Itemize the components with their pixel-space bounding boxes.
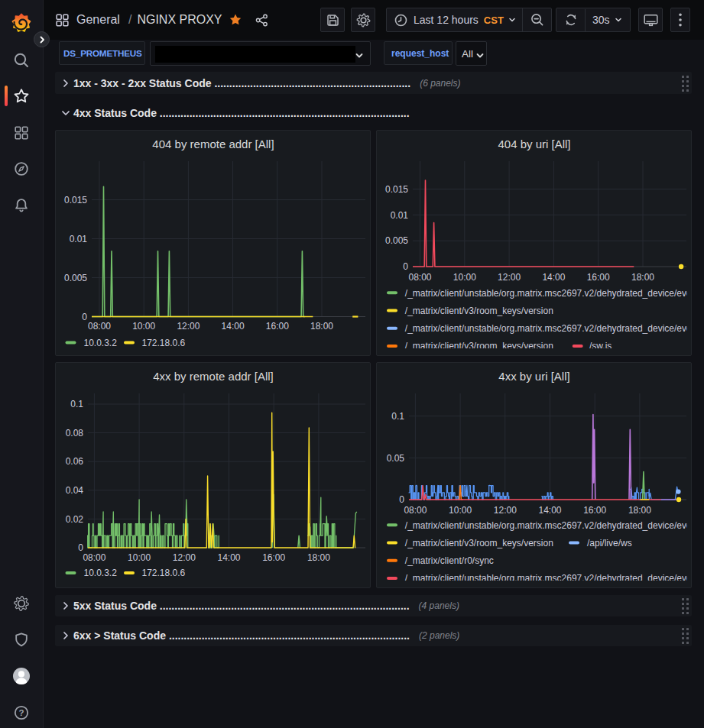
svg-text:/_matrix/client/r0/sync: /_matrix/client/r0/sync <box>405 555 494 566</box>
svg-text:0.1: 0.1 <box>391 411 404 422</box>
svg-text:08:00: 08:00 <box>408 272 431 283</box>
svg-text:/sw.js: /sw.js <box>589 341 612 351</box>
svg-text:0.06: 0.06 <box>66 456 84 467</box>
svg-text:/_matrix/client/unstable/org.m: /_matrix/client/unstable/org.matrix.msc2… <box>405 520 693 531</box>
svg-text:16:00: 16:00 <box>587 272 610 283</box>
svg-text:16:00: 16:00 <box>583 505 606 516</box>
svg-text:12:00: 12:00 <box>498 272 521 283</box>
svg-text:0.005: 0.005 <box>385 235 408 246</box>
svg-text:10:00: 10:00 <box>132 321 155 332</box>
svg-text:12:00: 12:00 <box>177 321 200 332</box>
svg-text:10:00: 10:00 <box>453 272 476 283</box>
svg-text:18:00: 18:00 <box>310 321 333 332</box>
svg-text:4xx by remote addr [All]: 4xx by remote addr [All] <box>153 370 274 383</box>
svg-text:10:00: 10:00 <box>128 552 151 563</box>
svg-text:/_matrix/client/unstable/org.m: /_matrix/client/unstable/org.matrix.msc2… <box>405 288 693 299</box>
svg-text:16:00: 16:00 <box>262 552 285 563</box>
svg-text:0.04: 0.04 <box>66 485 84 496</box>
svg-text:08:00: 08:00 <box>83 552 105 563</box>
svg-text:172.18.0.6: 172.18.0.6 <box>142 338 186 348</box>
svg-text:/_matrix/client/v3/room_keys/v: /_matrix/client/v3/room_keys/version <box>405 341 553 351</box>
svg-text:14:00: 14:00 <box>538 505 561 516</box>
svg-text:10:00: 10:00 <box>449 505 472 516</box>
svg-text:0.015: 0.015 <box>385 184 408 195</box>
svg-text:18:00: 18:00 <box>307 552 330 563</box>
svg-text:10.0.3.2: 10.0.3.2 <box>84 568 118 578</box>
svg-text:10.0.3.2: 10.0.3.2 <box>84 338 118 348</box>
svg-text:0: 0 <box>82 312 87 322</box>
svg-text:404 by uri [All]: 404 by uri [All] <box>498 138 570 150</box>
svg-text:0.02: 0.02 <box>66 514 84 525</box>
svg-text:14:00: 14:00 <box>542 272 565 283</box>
svg-text:16:00: 16:00 <box>266 321 289 332</box>
svg-text:12:00: 12:00 <box>173 552 196 563</box>
svg-text:14:00: 14:00 <box>222 321 245 332</box>
svg-text:/_matrix/client/unstable/org.m: /_matrix/client/unstable/org.matrix.msc2… <box>405 573 693 584</box>
svg-text:?: ? <box>18 708 24 717</box>
svg-text:08:00: 08:00 <box>404 505 427 516</box>
svg-text:/_matrix/client/v3/room_keys/v: /_matrix/client/v3/room_keys/version <box>405 306 553 316</box>
svg-text:0.05: 0.05 <box>387 453 405 464</box>
svg-text:08:00: 08:00 <box>88 321 111 332</box>
svg-text:14:00: 14:00 <box>217 552 240 563</box>
svg-text:/_matrix/client/unstable/org.m: /_matrix/client/unstable/org.matrix.msc2… <box>405 323 693 334</box>
svg-text:/_matrix/client/v3/room_keys/v: /_matrix/client/v3/room_keys/version <box>405 538 553 548</box>
svg-text:18:00: 18:00 <box>631 272 654 283</box>
svg-text:18:00: 18:00 <box>628 505 651 516</box>
svg-text:0.005: 0.005 <box>64 273 87 283</box>
svg-text:0.01: 0.01 <box>70 234 88 244</box>
svg-text:12:00: 12:00 <box>494 505 517 516</box>
svg-text:0: 0 <box>403 261 408 272</box>
svg-text:0: 0 <box>399 494 404 505</box>
svg-text:0.1: 0.1 <box>70 399 83 409</box>
svg-text:0.015: 0.015 <box>64 195 87 205</box>
svg-text:404 by remote addr [All]: 404 by remote addr [All] <box>152 138 274 150</box>
svg-text:0.01: 0.01 <box>391 210 409 221</box>
svg-text:0.08: 0.08 <box>66 428 84 438</box>
svg-text:4xx by uri [All]: 4xx by uri [All] <box>498 370 569 383</box>
svg-text:172.18.0.6: 172.18.0.6 <box>142 568 186 578</box>
svg-text:/api/live/ws: /api/live/ws <box>587 538 632 548</box>
